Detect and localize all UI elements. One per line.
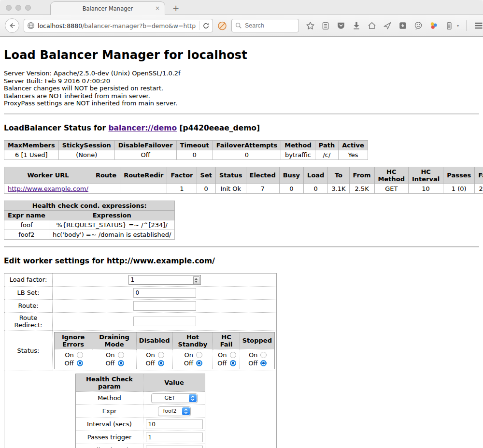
radio-row: On Off On Off On Off [55,349,275,369]
reading-list-icon[interactable] [321,21,330,30]
save-page-icon[interactable] [398,21,408,30]
column-header: Disabled [136,332,172,349]
health-check-param-table: Health Check param Value Method GET Expr [75,374,205,448]
column-header: Busy [279,167,303,184]
server-version-line: Server Version: Apache/2.5.0-dev (Unix) … [4,70,479,77]
hc-param-row: Fails trigger) [76,444,205,448]
search-bar[interactable] [231,19,299,32]
form-row: Route Redirect: [4,312,277,330]
radio-stopped-on[interactable] [260,352,267,358]
balancer-status-heading: LoadBalancer Status for balancer://demo … [4,124,479,132]
passes-input[interactable] [146,433,203,442]
radio-draining-mode-off[interactable] [118,360,124,366]
hot-standby-radios: On Off [172,349,213,369]
route-redirect-label: Route Redirect: [4,312,53,330]
expr-select[interactable]: foof2 [158,406,191,416]
route-label: Route: [4,299,53,312]
ignore-errors-radios: On Off [55,349,92,369]
back-button[interactable] [5,18,19,33]
search-input[interactable] [245,22,288,29]
fails-input[interactable] [146,446,203,448]
radio-hot-standby-on[interactable] [196,352,202,358]
column-header: Ignore Errors [55,332,92,349]
plugin-blocked-icon[interactable] [217,21,227,30]
column-header: Elected [246,167,279,184]
form-value-cell [53,299,277,312]
zoom-window-button[interactable] [25,5,31,11]
table-cell: (None) [58,150,114,159]
new-tab-button[interactable]: + [170,3,182,13]
draining-mode-radios: On Off [92,349,137,369]
stepper-icon[interactable] [193,276,199,284]
reload-icon[interactable] [202,22,210,29]
titlebar: Balancer Manager × + [0,0,483,15]
hc-param-row: Interval (secs) [76,418,205,431]
send-tab-icon[interactable] [383,21,392,30]
table-header-row: Worker URL Route RouteRedir Factor Set S… [4,167,483,184]
interval-value-cell [143,418,205,431]
radio-off-label: Off [183,360,193,367]
tab-close-icon[interactable]: × [155,5,160,12]
table-cell: 0 [304,184,328,193]
column-header: Passes [443,167,475,184]
route-input[interactable] [133,301,196,311]
extension-dropdown-caret[interactable]: ▾ [457,24,459,28]
table-title-row: Health check cond. expressions: [4,201,175,210]
navigation-bar: localhost:8880/balancer-manager?b=demo&w… [0,15,483,37]
radio-off-label: Off [217,360,227,367]
method-select[interactable]: GET [151,393,198,403]
downloads-icon[interactable] [352,21,361,30]
table-cell: Off [114,150,176,159]
back-arrow-icon [8,22,16,29]
route-redirect-input[interactable] [133,317,196,326]
table-cell: 1 (0) [443,184,475,193]
radio-ignore-errors-on[interactable] [77,352,83,358]
radio-off-label: Off [247,360,257,367]
interval-label: Interval (secs) [76,418,143,431]
radio-hc-fail-off[interactable] [230,360,236,366]
lb-set-input[interactable] [133,288,196,298]
color-dots-icon[interactable] [429,21,439,30]
url-domain: localhost:8880 [38,22,82,29]
table-cell: 0 [213,150,281,159]
worker-url-cell: http://www.example.com/ [4,184,92,193]
proxypass-note-line: ProxyPass settings are NOT inherited fro… [4,100,479,107]
expr-select-value: foof2 [158,408,182,414]
url-bar[interactable]: localhost:8880/balancer-manager?b=demo&w… [24,19,213,32]
form-row: Load factor: [4,273,277,286]
column-header: MaxMembers [4,140,59,150]
worker-url-link[interactable]: http://www.example.com/ [8,185,88,192]
column-header: FailoverAttempts [213,140,281,150]
minimize-window-button[interactable] [15,5,21,11]
balancer-demo-link[interactable]: balancer://demo [108,124,177,132]
health-check-cell: Health Check param Value Method GET Expr [4,371,277,448]
pocket-icon[interactable] [336,21,346,30]
radio-hc-fail-on[interactable] [230,352,236,358]
radio-stopped-off[interactable] [260,360,267,366]
inherit-note-line: Balancers are NOT inherited from main se… [4,92,479,100]
status-table-cell: Ignore Errors Draining Mode Disabled Hot… [53,330,277,371]
load-factor-input[interactable] [128,275,201,285]
interval-input[interactable] [146,419,203,429]
radio-disabled-off[interactable] [158,360,164,366]
home-icon[interactable] [367,21,377,30]
radio-disabled-on[interactable] [158,352,164,358]
select-arrows-icon [189,394,197,402]
health-check-expressions-table: Health check cond. expressions: Expr nam… [4,201,175,240]
traffic-lights[interactable] [6,5,31,11]
load-factor-label: Load factor: [4,273,53,286]
radio-ignore-errors-off[interactable] [77,360,83,366]
battery-extension-icon[interactable] [444,21,454,30]
url-text[interactable]: localhost:8880/balancer-manager?b=demo&w… [38,22,196,29]
feedback-smiley-icon[interactable] [413,21,423,30]
table-cell [120,184,167,193]
table-row: 6 [1 Used] (None) Off 0 0 bytraffic /c/ … [4,150,368,159]
tab-balancer-manager[interactable]: Balancer Manager × [50,1,165,15]
menu-hamburger-icon[interactable] [474,21,483,30]
lb-set-label: LB Set: [4,286,53,299]
radio-hot-standby-off[interactable] [196,360,202,366]
bookmark-star-icon[interactable] [305,21,315,30]
table-cell: 10 [408,184,443,193]
close-window-button[interactable] [6,5,12,11]
radio-draining-mode-on[interactable] [118,352,124,358]
